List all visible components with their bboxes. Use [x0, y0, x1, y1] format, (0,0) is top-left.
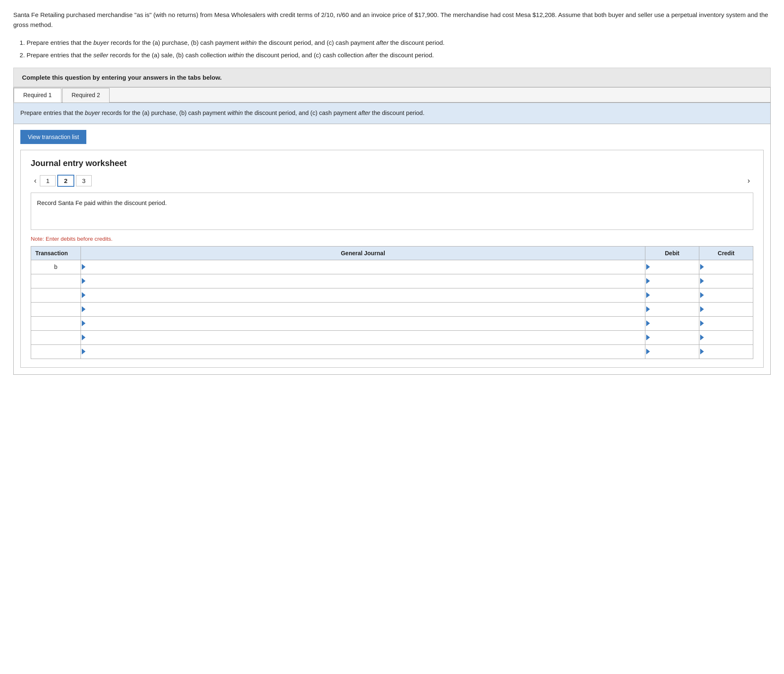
- tab-required-1[interactable]: Required 1: [14, 88, 61, 103]
- header-transaction: Transaction: [31, 246, 81, 260]
- triangle-marker-icon: [82, 292, 85, 298]
- triangle-marker-icon: [82, 264, 85, 270]
- prev-page-arrow[interactable]: ‹: [31, 175, 40, 187]
- debit-triangle-marker-icon: [646, 264, 650, 270]
- triangle-marker-icon: [82, 349, 85, 354]
- table-row: [31, 288, 753, 302]
- debit-cell[interactable]: [645, 330, 699, 344]
- journal-cell[interactable]: [81, 344, 645, 359]
- journal-cell[interactable]: [81, 316, 645, 330]
- credit-triangle-marker-icon: [700, 306, 704, 312]
- credit-triangle-marker-icon: [700, 320, 704, 326]
- debit-input[interactable]: [651, 317, 699, 330]
- triangle-marker-icon: [82, 320, 85, 326]
- transaction-cell: [31, 330, 81, 344]
- transaction-cell: b: [31, 260, 81, 274]
- debit-input[interactable]: [651, 288, 699, 302]
- worksheet-title: Journal entry worksheet: [31, 159, 753, 168]
- journal-cell[interactable]: [81, 288, 645, 302]
- table-row: [31, 302, 753, 316]
- numbered-list: Prepare entries that the buyer records f…: [27, 37, 771, 60]
- transaction-cell: [31, 288, 81, 302]
- credit-input[interactable]: [705, 260, 753, 274]
- journal-cell[interactable]: [81, 274, 645, 288]
- debit-cell[interactable]: [645, 316, 699, 330]
- tab-content-required-1: Prepare entries that the buyer records f…: [14, 103, 770, 124]
- debit-triangle-marker-icon: [646, 335, 650, 340]
- record-description-box: Record Santa Fe paid within the discount…: [31, 193, 753, 230]
- credit-cell[interactable]: [699, 288, 753, 302]
- credit-input[interactable]: [705, 331, 753, 344]
- credit-triangle-marker-icon: [700, 349, 704, 354]
- table-row: [31, 330, 753, 344]
- journal-input[interactable]: [86, 303, 645, 316]
- debit-cell[interactable]: [645, 260, 699, 274]
- debit-cell[interactable]: [645, 288, 699, 302]
- credit-input[interactable]: [705, 288, 753, 302]
- journal-cell[interactable]: [81, 330, 645, 344]
- journal-input[interactable]: [86, 345, 645, 359]
- transaction-cell: [31, 274, 81, 288]
- page-3[interactable]: 3: [76, 175, 92, 186]
- credit-triangle-marker-icon: [700, 335, 704, 340]
- credit-input[interactable]: [705, 317, 753, 330]
- page-2[interactable]: 2: [57, 175, 74, 187]
- journal-input[interactable]: [86, 260, 645, 274]
- debit-triangle-marker-icon: [646, 292, 650, 298]
- header-credit: Credit: [699, 246, 753, 260]
- view-transaction-button[interactable]: View transaction list: [20, 130, 86, 144]
- triangle-marker-icon: [82, 335, 85, 340]
- debit-triangle-marker-icon: [646, 306, 650, 312]
- debit-input[interactable]: [651, 260, 699, 274]
- transaction-cell: [31, 344, 81, 359]
- list-item-1: Prepare entries that the buyer records f…: [27, 37, 771, 48]
- instruction-box: Complete this question by entering your …: [13, 68, 771, 87]
- next-page-arrow[interactable]: ›: [744, 175, 753, 187]
- table-row: [31, 274, 753, 288]
- record-description-text: Record Santa Fe paid within the discount…: [37, 200, 167, 206]
- tab-required-2[interactable]: Required 2: [62, 88, 110, 103]
- debit-cell[interactable]: [645, 274, 699, 288]
- journal-cell[interactable]: [81, 260, 645, 274]
- journal-table: Transaction General Journal Debit Credit…: [31, 246, 753, 359]
- page-navigation: ‹ 1 2 3 ›: [31, 175, 753, 187]
- instruction-text: Complete this question by entering your …: [22, 74, 222, 81]
- credit-triangle-marker-icon: [700, 292, 704, 298]
- transaction-cell: [31, 302, 81, 316]
- tabs-container: Required 1 Required 2 Prepare entries th…: [13, 87, 771, 375]
- debit-cell[interactable]: [645, 344, 699, 359]
- credit-input[interactable]: [705, 303, 753, 316]
- debit-cell[interactable]: [645, 302, 699, 316]
- journal-input[interactable]: [86, 317, 645, 330]
- triangle-marker-icon: [82, 278, 85, 284]
- debit-input[interactable]: [651, 345, 699, 359]
- note-text: Note: Enter debits before credits.: [31, 236, 753, 242]
- debit-input[interactable]: [651, 274, 699, 288]
- credit-cell[interactable]: [699, 260, 753, 274]
- journal-cell[interactable]: [81, 302, 645, 316]
- table-header-row: Transaction General Journal Debit Credit: [31, 246, 753, 260]
- journal-input[interactable]: [86, 274, 645, 288]
- credit-cell[interactable]: [699, 274, 753, 288]
- triangle-marker-icon: [82, 306, 85, 312]
- debit-triangle-marker-icon: [646, 349, 650, 354]
- debit-triangle-marker-icon: [646, 320, 650, 326]
- credit-triangle-marker-icon: [700, 264, 704, 270]
- credit-input[interactable]: [705, 274, 753, 288]
- credit-cell[interactable]: [699, 302, 753, 316]
- header-general-journal: General Journal: [81, 246, 645, 260]
- debit-input[interactable]: [651, 331, 699, 344]
- credit-cell[interactable]: [699, 330, 753, 344]
- credit-cell[interactable]: [699, 344, 753, 359]
- credit-triangle-marker-icon: [700, 278, 704, 284]
- list-item-2: Prepare entries that the seller records …: [27, 50, 771, 61]
- journal-input[interactable]: [86, 288, 645, 302]
- intro-paragraph: Santa Fe Retailing purchased merchandise…: [13, 10, 771, 30]
- journal-input[interactable]: [86, 331, 645, 344]
- table-row: [31, 316, 753, 330]
- page-1[interactable]: 1: [40, 175, 56, 186]
- credit-input[interactable]: [705, 345, 753, 359]
- tabs-header: Required 1 Required 2: [14, 88, 770, 103]
- credit-cell[interactable]: [699, 316, 753, 330]
- debit-input[interactable]: [651, 303, 699, 316]
